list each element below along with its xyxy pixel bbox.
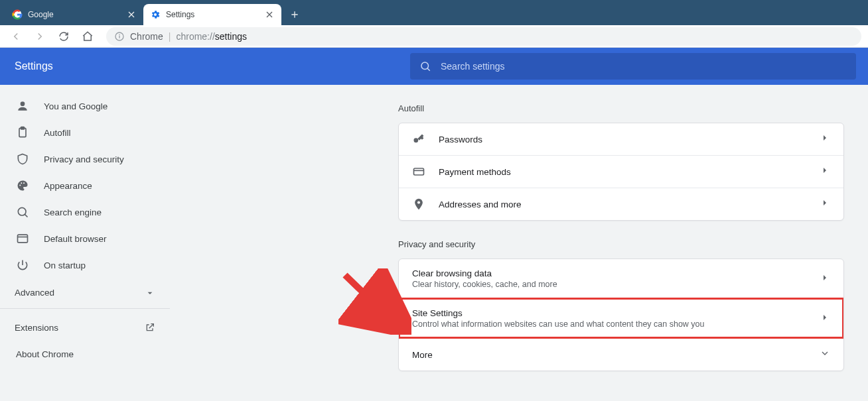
new-tab-button[interactable] (285, 5, 304, 24)
tab-settings[interactable]: Settings (143, 4, 281, 25)
sidebar-advanced-label: Advanced (15, 288, 54, 298)
sidebar-item-label: Search engine (44, 207, 102, 217)
chevron-down-icon (145, 288, 155, 298)
tab-settings-label: Settings (166, 10, 194, 19)
autofill-card: Passwords Payment methods Addresses and … (398, 123, 844, 221)
search-container (410, 53, 856, 80)
row-title: Payment methods (439, 167, 806, 177)
search-icon (419, 60, 431, 72)
key-icon (412, 133, 425, 146)
omnibox-context: Chrome (130, 31, 163, 42)
row-title: Clear browsing data (412, 268, 806, 278)
svg-point-13 (414, 138, 419, 143)
forward-button[interactable] (31, 27, 49, 46)
shield-icon (16, 152, 29, 166)
sidebar-item-default-browser[interactable]: Default browser (0, 225, 170, 252)
svg-point-10 (23, 182, 25, 184)
omnibox[interactable]: Chrome | chrome://settings (106, 27, 861, 46)
row-addresses[interactable]: Addresses and more (399, 188, 843, 220)
chevron-right-icon (820, 198, 830, 211)
sidebar: You and Google Autofill Privacy and secu… (0, 85, 170, 401)
back-button[interactable] (7, 27, 25, 46)
sidebar-item-label: You and Google (44, 101, 108, 111)
chevron-right-icon (820, 272, 830, 286)
sidebar-item-label: Default browser (44, 234, 107, 244)
chevron-down-icon (820, 348, 830, 361)
chevron-right-icon (820, 312, 830, 325)
svg-point-4 (421, 62, 429, 70)
svg-point-5 (21, 101, 25, 106)
external-link-icon (145, 322, 155, 333)
svg-point-8 (19, 185, 21, 186)
section-title-autofill: Autofill (398, 103, 844, 113)
svg-point-15 (417, 201, 420, 203)
svg-rect-2 (119, 35, 119, 38)
row-more[interactable]: More (399, 338, 843, 371)
sidebar-item-privacy[interactable]: Privacy and security (0, 146, 170, 172)
row-payment-methods[interactable]: Payment methods (399, 155, 843, 188)
row-subtitle: Control what information websites can us… (412, 319, 806, 329)
settings-header: Settings (0, 48, 868, 85)
row-subtitle: Clear history, cookies, cache, and more (412, 280, 806, 289)
svg-point-9 (21, 182, 22, 184)
search-input[interactable] (441, 61, 847, 72)
row-title: Addresses and more (439, 200, 806, 209)
person-icon (16, 99, 29, 113)
sidebar-item-label: On startup (44, 260, 86, 270)
browser-icon (16, 232, 29, 245)
privacy-card: Clear browsing data Clear history, cooki… (398, 258, 844, 371)
chevron-right-icon (820, 165, 830, 178)
omnibox-url: chrome://settings (176, 31, 247, 42)
sidebar-item-autofill[interactable]: Autofill (0, 119, 170, 146)
svg-rect-7 (21, 127, 25, 129)
svg-rect-12 (18, 235, 28, 243)
row-passwords[interactable]: Passwords (399, 123, 843, 155)
info-icon (114, 31, 125, 42)
power-icon (16, 258, 29, 272)
sidebar-item-label: Autofill (44, 128, 71, 138)
palette-icon (16, 179, 29, 192)
sidebar-item-label: Privacy and security (44, 154, 124, 164)
chevron-right-icon (820, 133, 830, 146)
sidebar-item-on-startup[interactable]: On startup (0, 252, 170, 278)
sidebar-extensions[interactable]: Extensions (0, 314, 170, 341)
browser-toolbar: Chrome | chrome://settings (0, 25, 868, 48)
svg-point-11 (18, 207, 26, 215)
row-title: Site Settings (412, 308, 806, 318)
reload-button[interactable] (54, 27, 73, 46)
row-title: More (412, 350, 806, 360)
google-favicon (12, 9, 23, 20)
sidebar-about[interactable]: About Chrome (0, 341, 170, 367)
svg-rect-14 (414, 168, 424, 175)
sidebar-item-search-engine[interactable]: Search engine (0, 199, 170, 225)
search-icon (16, 205, 29, 219)
tab-strip: Google Settings (0, 0, 868, 25)
sidebar-item-label: Appearance (44, 181, 92, 191)
sidebar-advanced[interactable]: Advanced (0, 282, 170, 309)
content: Autofill Passwords Payment methods (170, 85, 868, 401)
row-site-settings[interactable]: Site Settings Control what information w… (399, 298, 843, 338)
row-clear-browsing-data[interactable]: Clear browsing data Clear history, cooki… (399, 259, 843, 298)
page-title: Settings (15, 60, 53, 72)
close-icon[interactable] (264, 9, 275, 20)
card-icon (412, 165, 425, 178)
tab-google-label: Google (28, 10, 54, 19)
sidebar-item-appearance[interactable]: Appearance (0, 172, 170, 199)
svg-rect-3 (119, 34, 119, 34)
sidebar-item-you-and-google[interactable]: You and Google (0, 93, 170, 119)
section-title-privacy: Privacy and security (398, 239, 844, 249)
home-button[interactable] (78, 27, 97, 46)
clipboard-icon (16, 126, 29, 139)
sidebar-about-label: About Chrome (16, 349, 74, 359)
location-icon (412, 198, 425, 211)
close-icon[interactable] (126, 9, 137, 20)
row-title: Passwords (439, 135, 806, 144)
sidebar-extensions-label: Extensions (15, 323, 58, 333)
gear-icon (150, 9, 161, 20)
tab-google[interactable]: Google (5, 4, 143, 25)
